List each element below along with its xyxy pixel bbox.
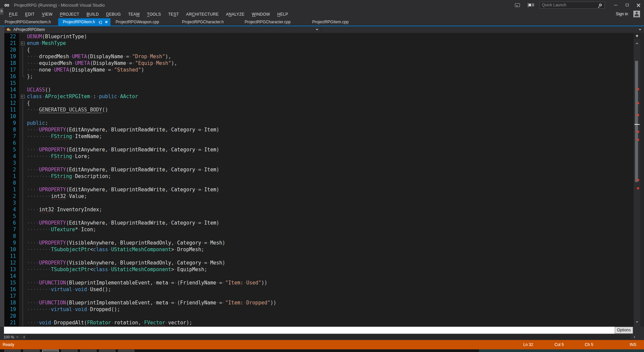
code-text[interactable]: ········TSubobjectPtr<class·UStaticMeshC…	[27, 246, 634, 253]
taskbar-app-button[interactable]	[42, 350, 59, 352]
error-mark[interactable]	[637, 139, 639, 141]
minimize-button[interactable]	[610, 1, 621, 9]
menu-debug[interactable]: DEBUG	[102, 11, 124, 18]
code-text[interactable]	[27, 213, 634, 220]
code-text[interactable]: ····UPROPERTY(VisibleAnywhere,·Blueprint…	[27, 260, 634, 266]
error-mark[interactable]	[637, 187, 639, 189]
find-input[interactable]	[4, 328, 615, 333]
taskbar-app-button[interactable]	[61, 350, 78, 352]
taskbar-app-button[interactable]	[118, 350, 134, 352]
menu-build[interactable]: BUILD	[83, 11, 102, 18]
feedback-icon[interactable]	[515, 3, 520, 7]
code-text[interactable]: ····UPROPERTY(EditAnywhere,·BlueprintRea…	[27, 166, 634, 173]
splitter-handle-icon[interactable]	[634, 33, 640, 39]
error-mark[interactable]	[637, 88, 639, 90]
code-text[interactable]: {	[27, 100, 634, 106]
menu-test[interactable]: TEST	[165, 11, 183, 18]
code-text[interactable]: ········int32·Value;	[27, 193, 634, 200]
code-text[interactable]: class·AProjectRPGItem·:·public·AActor	[27, 93, 634, 100]
menu-team[interactable]: TEAM	[124, 11, 143, 18]
code-text[interactable]	[27, 140, 634, 146]
code-text[interactable]	[27, 180, 634, 186]
fold-collapse-icon[interactable]	[19, 93, 27, 100]
zoom-dropdown[interactable]: 100 %	[2, 334, 20, 340]
members-dropdown[interactable]	[321, 26, 644, 33]
code-text[interactable]: ········TSubobjectPtr<class·UStaticMeshC…	[27, 266, 634, 273]
menu-project[interactable]: PROJECT	[56, 11, 83, 18]
taskbar-app-button[interactable]	[80, 350, 96, 352]
code-text[interactable]: ········FString·Description;	[27, 173, 634, 180]
user-avatar-icon[interactable]	[633, 11, 640, 17]
restore-button[interactable]	[621, 1, 633, 9]
close-tab-icon[interactable]: ×	[105, 20, 107, 24]
code-text[interactable]: {	[27, 47, 634, 53]
code-text[interactable]: ····UPROPERTY(EditAnywhere,·BlueprintRea…	[27, 146, 634, 153]
tab-projectrpgcharacter.h[interactable]: ProjectRPGCharacter.h	[177, 18, 228, 26]
code-text[interactable]	[27, 160, 634, 166]
fold-collapse-icon[interactable]	[19, 40, 27, 47]
menu-tools[interactable]: TOOLS	[143, 11, 165, 18]
code-text[interactable]	[27, 273, 634, 279]
code-text[interactable]: ····UPROPERTY(EditAnywhere,·BlueprintRea…	[27, 126, 634, 133]
menu-view[interactable]: VIEW	[38, 11, 56, 18]
code-text[interactable]: ····dropedMesh·UMETA(DisplayName·=·"Drop…	[27, 53, 634, 60]
error-mark[interactable]	[637, 102, 639, 104]
quick-launch-box[interactable]	[540, 2, 605, 9]
scroll-right-arrow-icon[interactable]	[634, 336, 637, 338]
code-text[interactable]: ········virtual·void·Dropped();	[27, 306, 634, 313]
code-text[interactable]: UENUM(BlueprintType)	[27, 33, 634, 40]
pin-icon[interactable]	[98, 20, 102, 24]
code-text[interactable]: };	[27, 73, 634, 80]
code-text[interactable]: ····UPROPERTY(EditAnywhere,·BlueprintRea…	[27, 186, 634, 193]
code-text[interactable]: ········virtual·void·Used();	[27, 286, 634, 293]
code-text[interactable]: ········FString·ItemName;	[27, 133, 634, 140]
taskbar-app-button[interactable]	[99, 350, 115, 352]
scroll-left-arrow-icon[interactable]	[22, 336, 25, 338]
code-text[interactable]: UCLASS()	[27, 87, 634, 93]
menu-analyze[interactable]: ANALYZE	[222, 11, 248, 18]
error-mark[interactable]	[637, 131, 639, 133]
code-text[interactable]: ····UFUNCTION(BlueprintImplementableEven…	[27, 299, 634, 306]
horizontal-scrollbar[interactable]	[26, 335, 631, 339]
menu-window[interactable]: WINDOW	[248, 11, 273, 18]
vertical-scrollbar[interactable]	[634, 33, 640, 327]
menu-architecture[interactable]: ARCHITECTURE	[183, 11, 223, 18]
code-area[interactable]: 22UENUM(BlueprintType)21enum·MeshType20{…	[4, 33, 634, 326]
code-text[interactable]: ····UFUNCTION(BlueprintImplementableEven…	[27, 279, 634, 286]
code-text[interactable]	[27, 293, 634, 299]
code-text[interactable]	[27, 233, 634, 240]
code-text[interactable]: ····UPROPERTY(EditAnywhere,·BlueprintRea…	[27, 220, 634, 226]
types-dropdown[interactable]: AProjectRPGItem	[4, 26, 321, 33]
tab-projectrpggenericitem.h[interactable]: ProjectRPGGenericItem.h	[0, 18, 56, 26]
tab-projectrpgitem.cpp[interactable]: ProjectRPGItem.cpp	[308, 18, 353, 26]
menu-file[interactable]: FILE	[5, 11, 22, 18]
scroll-up-arrow-icon[interactable]	[636, 41, 638, 44]
tab-projectrpgitem.h[interactable]: ProjectRPGItem.h×	[58, 18, 110, 26]
code-text[interactable]: ····void·DroppedAlt(FRotator·rotation,·F…	[27, 319, 634, 326]
code-text[interactable]	[27, 313, 634, 319]
error-mark[interactable]	[637, 179, 639, 181]
taskbar-app-button[interactable]	[4, 350, 21, 352]
tab-projectrpgweapon.cpp[interactable]: ProjectRPGWeapon.cpp	[111, 18, 164, 26]
code-text[interactable]	[27, 253, 634, 260]
close-button[interactable]	[633, 1, 644, 9]
error-mark[interactable]	[637, 114, 639, 116]
sign-in-link[interactable]: Sign in	[616, 12, 628, 16]
code-editor[interactable]: 22UENUM(BlueprintType)21enum·MeshType20{…	[0, 33, 644, 327]
code-text[interactable]	[27, 113, 634, 120]
scroll-down-arrow-icon[interactable]	[636, 321, 638, 324]
code-text[interactable]: public:	[27, 120, 634, 126]
taskbar-app-button[interactable]	[23, 350, 40, 352]
code-text[interactable]: ····equipedMesh·UMETA(DisplayName·=·"Equ…	[27, 60, 634, 67]
options-button[interactable]: Options	[615, 327, 633, 334]
tab-projectrpgcharacter.cpp[interactable]: ProjectRPGCharacter.cpp	[240, 18, 295, 26]
quick-launch-input[interactable]	[540, 3, 599, 7]
code-text[interactable]	[27, 80, 634, 87]
scrollbar-thumb[interactable]	[635, 61, 638, 182]
code-text[interactable]	[27, 200, 634, 206]
code-text[interactable]: ····GENERATED_UCLASS_BODY()	[27, 106, 634, 113]
code-text[interactable]: ····UPROPERTY(VisibleAnywhere,·Blueprint…	[27, 240, 634, 246]
notifications-flag[interactable]: 8	[528, 3, 534, 7]
menu-help[interactable]: HELP	[274, 11, 292, 18]
menu-edit[interactable]: EDIT	[22, 11, 39, 18]
